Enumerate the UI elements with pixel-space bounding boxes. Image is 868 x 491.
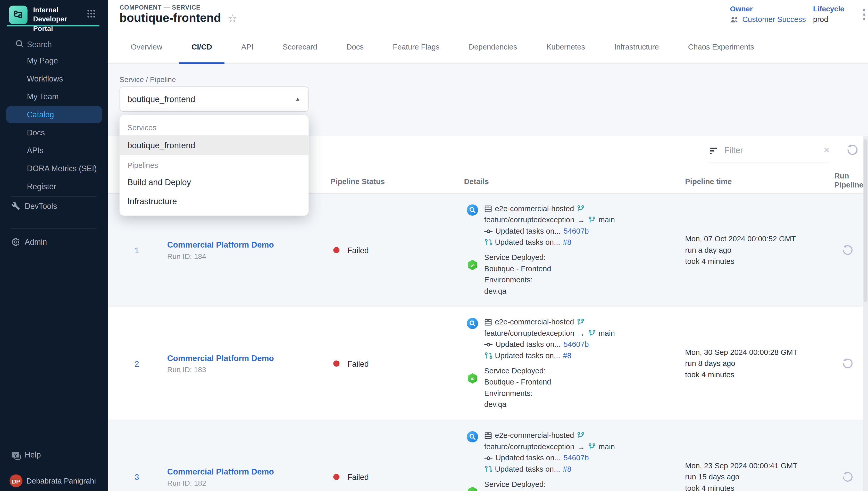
commit-link[interactable]: 54607b bbox=[564, 339, 589, 350]
tab-kubernetes[interactable]: Kubernetes bbox=[532, 31, 600, 63]
breadcrumb: COMPONENT — SERVICE bbox=[120, 4, 200, 10]
sidebar-item-my-team[interactable]: My Team bbox=[0, 88, 108, 106]
commit-message: Updated tasks on... bbox=[495, 339, 561, 350]
help-chat-icon: ? bbox=[11, 451, 21, 461]
deployed-label: Service Deployed: bbox=[484, 252, 546, 264]
pr-link[interactable]: #8 bbox=[563, 350, 571, 362]
favorite-star-icon[interactable]: ☆ bbox=[227, 12, 237, 23]
sidebar-item-workflows[interactable]: Workflows bbox=[0, 69, 108, 88]
sidebar-item-admin[interactable]: Admin bbox=[0, 234, 108, 252]
tab-chaos-experiments[interactable]: Chaos Experiments bbox=[674, 31, 769, 63]
page-title: boutique-frontend bbox=[120, 11, 221, 25]
dropdown-group-pipelines: Pipelines bbox=[120, 158, 309, 173]
pipeline-time-cell: Mon, 23 Sep 2024 00:00:41 GMT run 15 day… bbox=[672, 460, 827, 491]
cd-stage-icon: ∞ bbox=[467, 373, 478, 384]
sidebar-item-docs[interactable]: Docs bbox=[0, 123, 108, 142]
dropdown-option-infrastructure[interactable]: Infrastructure bbox=[120, 192, 309, 211]
user-menu[interactable]: DP Debabrata Panigrahi bbox=[0, 473, 108, 490]
ci-stage-icon bbox=[467, 318, 478, 329]
tab-docs[interactable]: Docs bbox=[332, 31, 378, 63]
git-branch-icon bbox=[588, 329, 596, 337]
tab-dependencies[interactable]: Dependencies bbox=[454, 31, 532, 63]
pipeline-ran: run 8 days ago bbox=[685, 358, 827, 369]
sidebar-item-help[interactable]: ? Help bbox=[0, 447, 108, 465]
sidebar-item-my-page[interactable]: My Page bbox=[0, 52, 108, 69]
sidebar-item-dora-metrics[interactable]: DORA Metrics (SEI) bbox=[0, 160, 108, 177]
scrollbar-thumb[interactable] bbox=[864, 139, 867, 302]
cd-stage-icon: ∞ bbox=[467, 486, 478, 491]
pipeline-name-link[interactable]: Commercial Platform Demo bbox=[167, 467, 274, 476]
git-branch-icon bbox=[577, 432, 585, 439]
tab-overview[interactable]: Overview bbox=[116, 31, 177, 63]
filter-input[interactable] bbox=[723, 145, 812, 155]
pr-message: Updated tasks on... bbox=[495, 237, 560, 248]
tab-feature-flags[interactable]: Feature Flags bbox=[378, 31, 454, 63]
tab-scorecard[interactable]: Scorecard bbox=[268, 31, 332, 63]
environments-label: Environments: bbox=[484, 388, 533, 399]
status-label: Failed bbox=[347, 359, 369, 368]
target-branch: main bbox=[598, 214, 615, 226]
arrow-right-icon: → bbox=[577, 441, 585, 453]
lifecycle-block: Lifecycle prod bbox=[813, 4, 844, 24]
idp-logo-icon bbox=[9, 6, 28, 24]
sidebar-item-devtools[interactable]: DevTools bbox=[0, 198, 108, 215]
repository-icon bbox=[484, 432, 492, 439]
table-row: 2 Commercial Platform Demo Run ID: 183 F… bbox=[108, 307, 868, 421]
brand-divider bbox=[7, 25, 99, 26]
commit-link[interactable]: 54607b bbox=[564, 453, 589, 464]
owner-link[interactable]: Customer Success bbox=[742, 15, 806, 24]
app-window: Internal Developer Portal Search My Page… bbox=[0, 0, 868, 491]
tab-infrastructure[interactable]: Infrastructure bbox=[600, 31, 674, 63]
sidebar-divider bbox=[11, 196, 97, 197]
commit-icon bbox=[484, 227, 493, 235]
pipeline-name-link[interactable]: Commercial Platform Demo bbox=[167, 240, 274, 249]
service-pipeline-dropdown: Services boutique_frontend Pipelines Bui… bbox=[120, 115, 309, 215]
dropdown-option-boutique-frontend[interactable]: boutique_frontend bbox=[120, 136, 309, 155]
more-options-kebab-icon[interactable] bbox=[860, 8, 868, 23]
filter-field: × bbox=[709, 142, 830, 163]
cicd-content: Service / Pipeline boutique_frontend ▲ S… bbox=[108, 64, 868, 491]
pr-message: Updated tasks on... bbox=[495, 350, 560, 362]
wrench-icon bbox=[11, 202, 20, 211]
commit-icon bbox=[484, 454, 493, 462]
sidebar-item-label: Admin bbox=[25, 237, 47, 247]
deployed-service: Boutique - Frontend bbox=[484, 377, 551, 388]
pipeline-name-link[interactable]: Commercial Platform Demo bbox=[167, 354, 274, 363]
run-pipeline-retry-icon[interactable] bbox=[841, 244, 853, 256]
pull-request-icon bbox=[484, 352, 492, 360]
commit-link[interactable]: 54607b bbox=[564, 226, 589, 237]
lifecycle-label: Lifecycle bbox=[813, 4, 844, 13]
pipeline-took: took 4 minutes bbox=[685, 483, 827, 491]
pr-link[interactable]: #8 bbox=[563, 464, 571, 475]
service-pipeline-select[interactable]: boutique_frontend ▲ bbox=[120, 86, 309, 112]
pr-link[interactable]: #8 bbox=[563, 237, 571, 248]
vertical-scrollbar[interactable] bbox=[863, 136, 868, 491]
run-pipeline-retry-icon[interactable] bbox=[841, 471, 853, 483]
status-label: Failed bbox=[347, 472, 369, 482]
dropdown-option-build-and-deploy[interactable]: Build and Deploy bbox=[120, 173, 309, 192]
repository-icon bbox=[484, 318, 492, 326]
pull-request-icon bbox=[484, 465, 492, 473]
sidebar-item-label: Search bbox=[27, 40, 52, 49]
deployed-label: Service Deployed: bbox=[484, 366, 546, 377]
tab-api[interactable]: API bbox=[227, 31, 268, 63]
git-branch-icon bbox=[577, 205, 585, 213]
pr-message: Updated tasks on... bbox=[495, 464, 560, 475]
column-pipeline-time: Pipeline time bbox=[672, 177, 827, 193]
run-pipeline-retry-icon[interactable] bbox=[841, 358, 853, 370]
search-icon bbox=[15, 39, 24, 48]
sidebar-item-apis[interactable]: APIs bbox=[0, 142, 108, 160]
clear-filter-icon[interactable]: × bbox=[824, 145, 829, 156]
refresh-icon[interactable] bbox=[846, 144, 859, 156]
pull-request-icon bbox=[484, 238, 492, 246]
apps-grid-icon[interactable] bbox=[87, 9, 95, 18]
sidebar-item-register[interactable]: Register bbox=[0, 177, 108, 196]
pipeline-took: took 4 minutes bbox=[685, 369, 827, 380]
sidebar-item-catalog[interactable]: Catalog bbox=[6, 106, 102, 123]
sidebar-item-search[interactable]: Search bbox=[0, 37, 108, 52]
pipeline-date: Mon, 07 Oct 2024 00:00:52 GMT bbox=[685, 233, 827, 245]
table-body: 1 Commercial Platform Demo Run ID: 184 F… bbox=[108, 194, 868, 491]
repo-name: e2e-commercial-hosted bbox=[495, 203, 574, 214]
tab-cicd[interactable]: CI/CD bbox=[177, 31, 226, 63]
environments-value: dev,qa bbox=[484, 286, 506, 297]
